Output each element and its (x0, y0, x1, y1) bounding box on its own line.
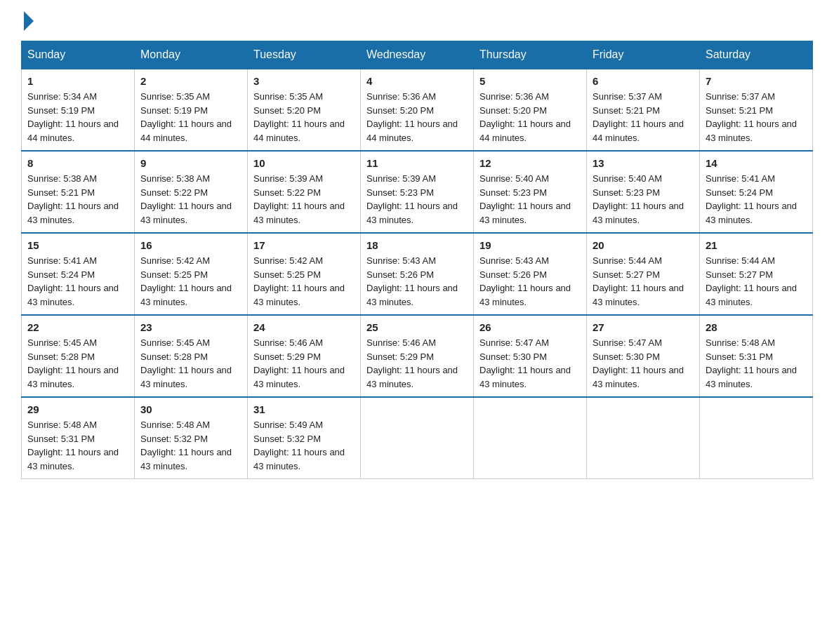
day-number: 21 (706, 239, 807, 251)
day-info: Sunrise: 5:35 AMSunset: 5:19 PMDaylight:… (140, 90, 241, 145)
day-number: 20 (593, 239, 694, 251)
calendar-cell: 31 Sunrise: 5:49 AMSunset: 5:32 PMDaylig… (248, 397, 361, 479)
day-info: Sunrise: 5:47 AMSunset: 5:30 PMDaylight:… (479, 336, 581, 391)
calendar-day-header: Monday (135, 41, 248, 69)
calendar-week-row: 8 Sunrise: 5:38 AMSunset: 5:21 PMDayligh… (22, 151, 813, 233)
day-number: 26 (479, 321, 581, 333)
day-number: 11 (366, 157, 468, 169)
day-number: 15 (27, 239, 128, 251)
day-info: Sunrise: 5:37 AMSunset: 5:21 PMDaylight:… (593, 90, 694, 145)
calendar-cell: 16 Sunrise: 5:42 AMSunset: 5:25 PMDaylig… (135, 233, 248, 315)
day-info: Sunrise: 5:42 AMSunset: 5:25 PMDaylight:… (253, 254, 355, 309)
calendar-week-row: 1 Sunrise: 5:34 AMSunset: 5:19 PMDayligh… (22, 69, 813, 151)
day-number: 27 (593, 321, 694, 333)
calendar-cell: 12 Sunrise: 5:40 AMSunset: 5:23 PMDaylig… (474, 151, 587, 233)
calendar-cell: 2 Sunrise: 5:35 AMSunset: 5:19 PMDayligh… (135, 69, 248, 151)
day-info: Sunrise: 5:42 AMSunset: 5:25 PMDaylight:… (140, 254, 241, 309)
calendar-header-row: SundayMondayTuesdayWednesdayThursdayFrid… (22, 41, 813, 69)
calendar-cell: 22 Sunrise: 5:45 AMSunset: 5:28 PMDaylig… (22, 315, 135, 397)
day-info: Sunrise: 5:48 AMSunset: 5:31 PMDaylight:… (706, 336, 807, 391)
day-info: Sunrise: 5:46 AMSunset: 5:29 PMDaylight:… (366, 336, 468, 391)
day-info: Sunrise: 5:36 AMSunset: 5:20 PMDaylight:… (366, 90, 468, 145)
day-number: 29 (27, 403, 128, 415)
calendar-cell (700, 397, 813, 479)
calendar-cell: 7 Sunrise: 5:37 AMSunset: 5:21 PMDayligh… (700, 69, 813, 151)
day-info: Sunrise: 5:37 AMSunset: 5:21 PMDaylight:… (706, 90, 807, 145)
day-number: 13 (593, 157, 694, 169)
day-number: 14 (706, 157, 807, 169)
day-number: 16 (140, 239, 241, 251)
calendar-week-row: 15 Sunrise: 5:41 AMSunset: 5:24 PMDaylig… (22, 233, 813, 315)
calendar-cell: 30 Sunrise: 5:48 AMSunset: 5:32 PMDaylig… (135, 397, 248, 479)
calendar-cell: 21 Sunrise: 5:44 AMSunset: 5:27 PMDaylig… (700, 233, 813, 315)
calendar-cell: 5 Sunrise: 5:36 AMSunset: 5:20 PMDayligh… (474, 69, 587, 151)
day-number: 18 (366, 239, 468, 251)
day-info: Sunrise: 5:40 AMSunset: 5:23 PMDaylight:… (593, 172, 694, 227)
calendar-week-row: 29 Sunrise: 5:48 AMSunset: 5:31 PMDaylig… (22, 397, 813, 479)
calendar-cell: 23 Sunrise: 5:45 AMSunset: 5:28 PMDaylig… (135, 315, 248, 397)
day-info: Sunrise: 5:48 AMSunset: 5:32 PMDaylight:… (140, 418, 241, 473)
calendar-cell: 9 Sunrise: 5:38 AMSunset: 5:22 PMDayligh… (135, 151, 248, 233)
day-info: Sunrise: 5:41 AMSunset: 5:24 PMDaylight:… (27, 254, 128, 309)
day-number: 23 (140, 321, 241, 333)
calendar-cell (474, 397, 587, 479)
day-number: 7 (706, 75, 807, 87)
day-number: 24 (253, 321, 355, 333)
day-info: Sunrise: 5:39 AMSunset: 5:22 PMDaylight:… (253, 172, 355, 227)
calendar-cell: 6 Sunrise: 5:37 AMSunset: 5:21 PMDayligh… (587, 69, 700, 151)
day-info: Sunrise: 5:34 AMSunset: 5:19 PMDaylight:… (27, 90, 128, 145)
calendar-day-header: Sunday (22, 41, 135, 69)
day-number: 25 (366, 321, 468, 333)
calendar-day-header: Friday (587, 41, 700, 69)
calendar-cell: 25 Sunrise: 5:46 AMSunset: 5:29 PMDaylig… (361, 315, 474, 397)
calendar-cell: 10 Sunrise: 5:39 AMSunset: 5:22 PMDaylig… (248, 151, 361, 233)
logo (21, 14, 34, 27)
calendar-cell: 19 Sunrise: 5:43 AMSunset: 5:26 PMDaylig… (474, 233, 587, 315)
day-number: 1 (27, 75, 128, 87)
day-number: 22 (27, 321, 128, 333)
day-number: 6 (593, 75, 694, 87)
calendar-cell: 18 Sunrise: 5:43 AMSunset: 5:26 PMDaylig… (361, 233, 474, 315)
calendar-day-header: Wednesday (361, 41, 474, 69)
calendar-cell: 26 Sunrise: 5:47 AMSunset: 5:30 PMDaylig… (474, 315, 587, 397)
calendar-day-header: Saturday (700, 41, 813, 69)
day-number: 3 (253, 75, 355, 87)
calendar-cell: 11 Sunrise: 5:39 AMSunset: 5:23 PMDaylig… (361, 151, 474, 233)
calendar-cell: 1 Sunrise: 5:34 AMSunset: 5:19 PMDayligh… (22, 69, 135, 151)
calendar-cell: 24 Sunrise: 5:46 AMSunset: 5:29 PMDaylig… (248, 315, 361, 397)
day-number: 8 (27, 157, 128, 169)
day-info: Sunrise: 5:44 AMSunset: 5:27 PMDaylight:… (593, 254, 694, 309)
calendar-cell: 29 Sunrise: 5:48 AMSunset: 5:31 PMDaylig… (22, 397, 135, 479)
calendar-table: SundayMondayTuesdayWednesdayThursdayFrid… (21, 41, 813, 479)
day-number: 4 (366, 75, 468, 87)
calendar-cell: 15 Sunrise: 5:41 AMSunset: 5:24 PMDaylig… (22, 233, 135, 315)
day-number: 28 (706, 321, 807, 333)
calendar-cell: 8 Sunrise: 5:38 AMSunset: 5:21 PMDayligh… (22, 151, 135, 233)
calendar-day-header: Thursday (474, 41, 587, 69)
logo-arrow-icon (24, 11, 34, 31)
page-header (21, 14, 813, 27)
day-number: 5 (479, 75, 581, 87)
day-number: 9 (140, 157, 241, 169)
calendar-cell: 20 Sunrise: 5:44 AMSunset: 5:27 PMDaylig… (587, 233, 700, 315)
calendar-cell: 13 Sunrise: 5:40 AMSunset: 5:23 PMDaylig… (587, 151, 700, 233)
day-info: Sunrise: 5:36 AMSunset: 5:20 PMDaylight:… (479, 90, 581, 145)
day-number: 2 (140, 75, 241, 87)
day-info: Sunrise: 5:39 AMSunset: 5:23 PMDaylight:… (366, 172, 468, 227)
day-info: Sunrise: 5:40 AMSunset: 5:23 PMDaylight:… (479, 172, 581, 227)
day-info: Sunrise: 5:41 AMSunset: 5:24 PMDaylight:… (706, 172, 807, 227)
day-info: Sunrise: 5:44 AMSunset: 5:27 PMDaylight:… (706, 254, 807, 309)
day-info: Sunrise: 5:35 AMSunset: 5:20 PMDaylight:… (253, 90, 355, 145)
day-number: 10 (253, 157, 355, 169)
calendar-day-header: Tuesday (248, 41, 361, 69)
day-number: 30 (140, 403, 241, 415)
calendar-cell: 28 Sunrise: 5:48 AMSunset: 5:31 PMDaylig… (700, 315, 813, 397)
day-number: 19 (479, 239, 581, 251)
calendar-cell: 14 Sunrise: 5:41 AMSunset: 5:24 PMDaylig… (700, 151, 813, 233)
day-info: Sunrise: 5:43 AMSunset: 5:26 PMDaylight:… (366, 254, 468, 309)
day-info: Sunrise: 5:38 AMSunset: 5:21 PMDaylight:… (27, 172, 128, 227)
day-info: Sunrise: 5:38 AMSunset: 5:22 PMDaylight:… (140, 172, 241, 227)
day-number: 17 (253, 239, 355, 251)
calendar-cell: 27 Sunrise: 5:47 AMSunset: 5:30 PMDaylig… (587, 315, 700, 397)
calendar-cell: 4 Sunrise: 5:36 AMSunset: 5:20 PMDayligh… (361, 69, 474, 151)
